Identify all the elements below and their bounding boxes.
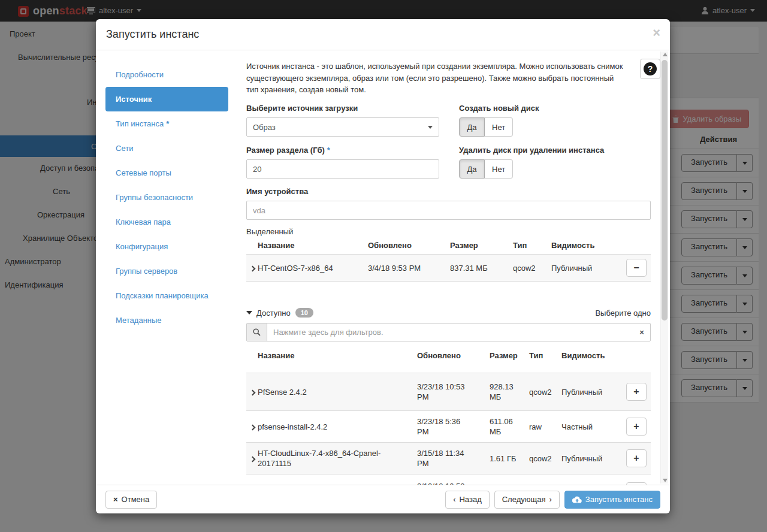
- boot-source-label: Выберите источник загрузки: [246, 104, 358, 113]
- modal-title: Запустить инстанс: [106, 28, 199, 41]
- collapse-chevron-icon[interactable]: [246, 311, 252, 315]
- available-count-badge: 10: [295, 308, 313, 318]
- delete-volume-yes-button[interactable]: Да: [459, 159, 485, 179]
- modal-body: Подробности Источник Тип инстанса* Сети …: [96, 50, 670, 485]
- delete-volume-label: Удалить диск при удалении инстанса: [459, 146, 604, 155]
- wizard-step-keypair[interactable]: Ключевая пара: [105, 210, 228, 234]
- expand-chevron-icon[interactable]: [246, 422, 258, 431]
- filter-input[interactable]: [267, 324, 633, 341]
- launch-instance-button[interactable]: Запустить инстанс: [564, 491, 660, 509]
- available-row: HT-CloudLinux-7.4-x86_64-Cpanel-20171115…: [246, 442, 651, 474]
- close-icon[interactable]: ×: [653, 26, 660, 40]
- modal-header: Запустить инстанс ×: [96, 19, 670, 50]
- wizard-step-security-groups[interactable]: Группы безопасности: [105, 185, 228, 210]
- source-step-content: Источник инстанса - это шаблон, использу…: [246, 50, 651, 485]
- device-name-label: Имя устройства: [246, 187, 308, 196]
- scroll-up-arrow-icon[interactable]: [663, 53, 668, 56]
- search-icon: [247, 324, 267, 341]
- available-table-header: Название Обновлено Размер Тип Видимость: [246, 351, 651, 365]
- create-volume-label: Создать новый диск: [459, 104, 539, 113]
- question-icon: ?: [644, 62, 657, 75]
- create-volume-toggle: Да Нет: [459, 117, 513, 137]
- available-row: PfSense 2.4.2 3/23/18 10:53 PM 928.13 МБ…: [246, 373, 651, 410]
- expand-chevron-icon[interactable]: [246, 454, 258, 463]
- help-button[interactable]: ?: [640, 59, 660, 79]
- available-section-title: Доступно: [256, 309, 291, 318]
- add-image-button[interactable]: +: [626, 449, 647, 467]
- wizard-step-ports[interactable]: Сетевые порты: [105, 161, 228, 185]
- add-image-button[interactable]: +: [626, 418, 647, 436]
- chevron-down-icon: [428, 126, 433, 129]
- select-hint: Выберите одно: [595, 309, 651, 318]
- create-volume-yes-button[interactable]: Да: [459, 117, 485, 137]
- expand-chevron-icon[interactable]: [246, 264, 258, 273]
- boot-source-select[interactable]: Образ: [246, 117, 439, 137]
- wizard-step-networks[interactable]: Сети: [105, 136, 228, 161]
- wizard-step-configuration[interactable]: Конфигурация: [105, 234, 228, 259]
- chevron-left-icon: ‹: [453, 495, 455, 504]
- wizard-step-details[interactable]: Подробности: [105, 62, 228, 87]
- next-button[interactable]: Следующая ›: [494, 491, 560, 509]
- allocated-section-title: Выделенный: [246, 227, 293, 236]
- wizard-nav: Подробности Источник Тип инстанса* Сети …: [105, 62, 237, 332]
- add-image-button[interactable]: +: [626, 383, 647, 401]
- available-row: ru_win_2012_r2 3/13/18 10:53 PM 4.03 ГБ …: [246, 474, 651, 485]
- available-row: pfsense-install-2.4.2 3/23/18 5:36 PM 61…: [246, 410, 651, 442]
- step-description: Источник инстанса - это шаблон, использу…: [246, 61, 628, 96]
- launch-instance-modal: Запустить инстанс × Подробности Источник…: [96, 19, 670, 513]
- wizard-step-metadata[interactable]: Метаданные: [105, 308, 228, 332]
- filter-bar: ×: [246, 323, 651, 341]
- volume-size-input[interactable]: [246, 159, 439, 179]
- chevron-right-icon: ›: [549, 495, 551, 504]
- volume-size-label: Размер раздела (Гб)*: [246, 146, 330, 155]
- x-icon: ×: [113, 495, 118, 504]
- allocated-table-header: Название Обновлено Размер Тип Видимость: [246, 241, 651, 250]
- cloud-upload-icon: [572, 496, 582, 503]
- cancel-button[interactable]: × Отмена: [105, 491, 157, 509]
- clear-filter-icon[interactable]: ×: [633, 324, 650, 341]
- available-section-header: Доступно 10 Выберите одно: [246, 308, 651, 318]
- remove-image-button[interactable]: −: [626, 259, 647, 277]
- wizard-step-scheduler-hints[interactable]: Подсказки планировщика: [105, 283, 228, 308]
- back-button[interactable]: ‹ Назад: [445, 491, 490, 509]
- allocated-row: HT-CentOS-7-x86_64 3/4/18 9:53 PM 837.31…: [246, 254, 651, 282]
- modal-scrollbar[interactable]: [660, 52, 668, 483]
- wizard-step-source[interactable]: Источник: [105, 87, 228, 111]
- wizard-step-flavor[interactable]: Тип инстанса*: [105, 111, 228, 136]
- wizard-step-server-groups[interactable]: Группы серверов: [105, 259, 228, 283]
- create-volume-no-button[interactable]: Нет: [485, 117, 513, 137]
- available-table: PfSense 2.4.2 3/23/18 10:53 PM 928.13 МБ…: [246, 373, 651, 485]
- scrollbar-thumb[interactable]: [662, 60, 668, 321]
- device-name-input[interactable]: [246, 201, 651, 220]
- expand-chevron-icon[interactable]: [246, 388, 258, 397]
- modal-footer: × Отмена ‹ Назад Следующая › Запустить и…: [96, 485, 670, 513]
- delete-volume-toggle: Да Нет: [459, 159, 513, 179]
- delete-volume-no-button[interactable]: Нет: [485, 159, 513, 179]
- scroll-down-arrow-icon[interactable]: [663, 479, 668, 482]
